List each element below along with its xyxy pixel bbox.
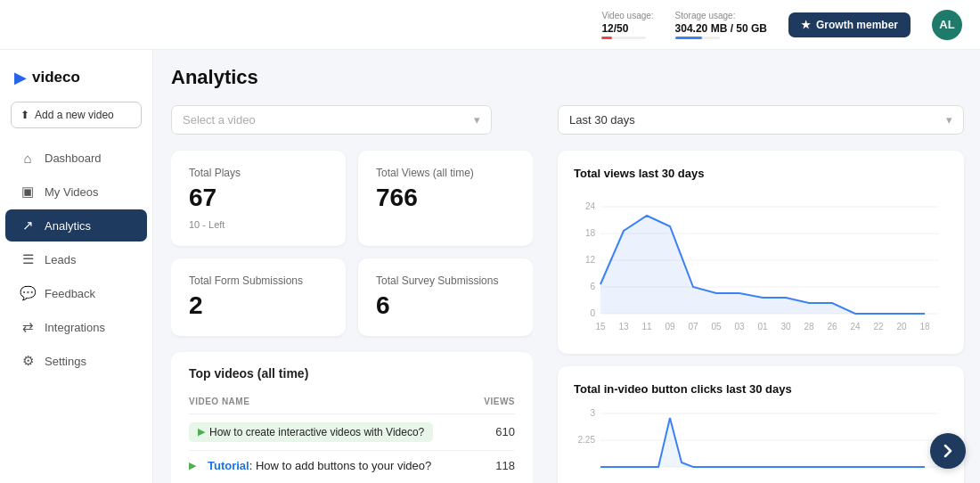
home-icon: ⌂ xyxy=(20,151,36,166)
main-layout: ▶ videco ⬆ Add a new video ⌂ Dashboard ▣… xyxy=(0,50,980,483)
stats-grid: Total Plays 67 10 - Left Total Views (al… xyxy=(171,151,533,336)
svg-text:6: 6 xyxy=(590,282,595,291)
avatar: AL xyxy=(932,10,962,40)
date-range-value: Last 30 days xyxy=(569,113,635,127)
chart1-title: Total views last 30 days xyxy=(574,167,948,180)
svg-text:0: 0 xyxy=(590,308,595,318)
settings-icon: ⚙ xyxy=(20,353,36,369)
video-name-cell: ▶ How to create interactive videos with … xyxy=(189,422,479,442)
topbar: Video usage: 12/50 Storage usage: 304.20… xyxy=(0,0,980,50)
analytics-icon: ↗ xyxy=(20,217,36,233)
col-views: VIEWS xyxy=(484,397,515,406)
stat-value: 6 xyxy=(376,292,515,320)
svg-text:05: 05 xyxy=(711,322,722,332)
views-cell: 118 xyxy=(479,459,515,472)
stat-sub: 10 - Left xyxy=(189,219,328,230)
sidebar-item-settings[interactable]: ⚙ Settings xyxy=(5,345,147,377)
sidebar-item-leads[interactable]: ☰ Leads xyxy=(5,243,147,275)
svg-text:12: 12 xyxy=(585,255,596,265)
chart-total-views: Total views last 30 days 24 xyxy=(558,151,964,354)
feedback-icon: 💬 xyxy=(20,285,36,301)
sidebar-item-label: Integrations xyxy=(45,321,105,334)
select-video-dropdown[interactable]: Select a video ▾ xyxy=(171,105,492,135)
growth-star-icon: ★ xyxy=(801,19,811,31)
sidebar-item-label: Dashboard xyxy=(45,151,102,165)
video-usage-label: Video usage: xyxy=(601,11,653,20)
page-title: Analytics xyxy=(171,66,964,89)
svg-text:07: 07 xyxy=(688,322,698,332)
table-row: ▶ Tutorial: How to add buttons to your v… xyxy=(189,451,515,480)
add-icon: ⬆ xyxy=(20,109,29,121)
video-name: How to create interactive videos with Vi… xyxy=(209,426,424,438)
arrow-right-icon xyxy=(939,442,957,460)
date-range-dropdown[interactable]: Last 30 days ▾ xyxy=(558,105,964,135)
leads-icon: ☰ xyxy=(20,251,36,267)
table-row: ▶ How to create interactive videos with … xyxy=(189,414,515,451)
chart1-svg: 24 18 12 6 0 15 13 xyxy=(574,189,948,340)
svg-text:24: 24 xyxy=(850,322,861,332)
svg-text:09: 09 xyxy=(665,322,675,332)
sidebar-item-label: Settings xyxy=(45,355,86,368)
sidebar-item-feedback[interactable]: 💬 Feedback xyxy=(5,277,147,309)
svg-text:13: 13 xyxy=(618,322,629,332)
sidebar-item-analytics[interactable]: ↗ Analytics xyxy=(5,209,147,242)
scroll-button[interactable] xyxy=(930,433,966,469)
sidebar-item-label: My Videos xyxy=(45,185,98,199)
stat-value: 2 xyxy=(189,292,328,320)
video-name-cell: ▶ Tutorial: How to add buttons to your v… xyxy=(189,459,479,472)
svg-text:30: 30 xyxy=(780,322,791,332)
date-range-wrap: Last 30 days ▾ xyxy=(558,105,964,135)
storage-usage-bar xyxy=(675,37,720,39)
svg-text:18: 18 xyxy=(585,228,596,238)
svg-text:2.25: 2.25 xyxy=(578,435,596,445)
play-icon: ▶ xyxy=(189,460,196,471)
sidebar-logo: ▶ videco xyxy=(0,61,152,102)
stat-label: Total Survey Submissions xyxy=(376,274,515,287)
growth-member-button[interactable]: ★ Growth member xyxy=(788,12,911,37)
stat-card-survey-submissions: Total Survey Submissions 6 xyxy=(358,258,533,336)
chart2-area: 3 2.25 xyxy=(574,405,948,479)
stat-label: Total Plays xyxy=(189,167,328,179)
top-videos-title: Top videos (all time) xyxy=(189,366,515,381)
video-usage-bar xyxy=(601,37,646,39)
growth-btn-label: Growth member xyxy=(816,19,898,31)
video-name: Tutorial: How to add buttons to your vid… xyxy=(208,459,431,472)
video-usage-bar-fill xyxy=(601,37,612,39)
chart-button-clicks: Total in-video button clicks last 30 day… xyxy=(558,366,964,483)
chevron-down-icon: ▾ xyxy=(946,113,952,127)
storage-usage-block: Storage usage: 304.20 MB / 50 GB xyxy=(675,11,767,39)
logo-icon: ▶ xyxy=(14,68,27,87)
stat-label: Total Form Submissions xyxy=(189,274,328,287)
logo-text: videco xyxy=(32,69,80,86)
select-video-placeholder: Select a video xyxy=(183,113,256,127)
stat-card-total-views: Total Views (all time) 766 xyxy=(358,151,533,246)
video-icon: ▣ xyxy=(20,184,36,200)
svg-text:26: 26 xyxy=(827,322,837,332)
storage-usage-label: Storage usage: xyxy=(675,11,736,20)
video-pill[interactable]: ▶ How to create interactive videos with … xyxy=(189,422,433,442)
highlight-text: Tutorial xyxy=(208,459,249,472)
chart2-svg: 3 2.25 xyxy=(574,405,948,476)
sidebar-item-dashboard[interactable]: ⌂ Dashboard xyxy=(5,143,147,174)
storage-usage-bar-fill xyxy=(675,37,702,39)
stat-value: 67 xyxy=(189,184,328,212)
sidebar-item-my-videos[interactable]: ▣ My Videos xyxy=(5,176,147,208)
video-usage-value: 12/50 xyxy=(601,22,628,35)
sidebar-item-integrations[interactable]: ⇄ Integrations xyxy=(5,311,147,343)
stat-card-total-plays: Total Plays 67 10 - Left xyxy=(171,151,346,246)
chart-panel: Last 30 days ▾ Total views last 30 days xyxy=(545,105,964,483)
table-header: VIDEO NAME VIEWS xyxy=(189,393,515,414)
left-content: Select a video ▾ Total Plays 67 10 - Lef… xyxy=(171,105,533,483)
svg-text:3: 3 xyxy=(590,408,595,418)
add-video-button[interactable]: ⬆ Add a new video xyxy=(11,102,142,128)
chevron-down-icon: ▾ xyxy=(474,113,480,127)
video-usage-block: Video usage: 12/50 xyxy=(601,11,653,39)
svg-text:11: 11 xyxy=(641,322,652,332)
controls-row: Select a video ▾ xyxy=(171,105,533,135)
app-container: Video usage: 12/50 Storage usage: 304.20… xyxy=(0,0,980,483)
svg-text:15: 15 xyxy=(595,322,606,332)
chart2-title: Total in-video button clicks last 30 day… xyxy=(574,382,948,396)
add-video-label: Add a new video xyxy=(35,109,114,121)
svg-text:28: 28 xyxy=(804,322,814,332)
select-video-wrap: Select a video ▾ xyxy=(171,105,492,135)
